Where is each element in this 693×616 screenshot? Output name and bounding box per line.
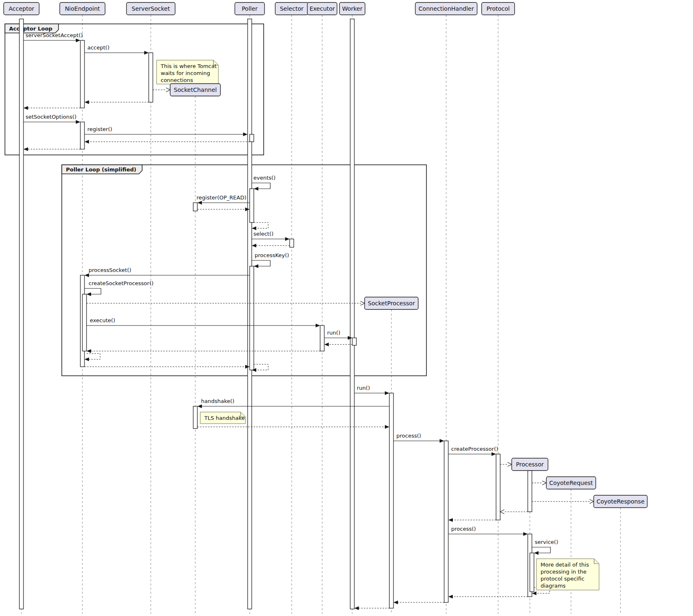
create-socketchannel bbox=[153, 88, 170, 92]
message-serversocketaccept: serverSocketAccept() bbox=[23, 32, 83, 42]
return-processor-connectionhandler bbox=[448, 595, 528, 599]
activation-bars bbox=[19, 19, 534, 609]
message-label: register(OP_READ) bbox=[197, 194, 246, 201]
participant-acceptor: Acceptor bbox=[4, 2, 39, 15]
activation-serversocket bbox=[149, 53, 153, 102]
activation-worker-run bbox=[352, 338, 356, 345]
frame-label: Acceptor Loop bbox=[9, 26, 52, 32]
message-register: register() bbox=[84, 126, 248, 136]
arrowhead bbox=[243, 133, 248, 136]
arrowhead bbox=[76, 39, 80, 42]
return-createsocketprocessor-self bbox=[84, 354, 100, 361]
return-executor-nioendpoint bbox=[87, 349, 320, 353]
message-label: serverSocketAccept() bbox=[26, 32, 83, 38]
participant-coyoteresponse: CoyoteResponse bbox=[594, 495, 647, 508]
activation-poller-events bbox=[250, 189, 254, 223]
message-createsocketprocessor-self: createSocketProcessor() bbox=[84, 280, 154, 296]
activation-executor-execute bbox=[320, 326, 324, 351]
message-label: run() bbox=[327, 330, 340, 336]
message-processsocket: processSocket() bbox=[84, 267, 250, 277]
return-nioendpoint-acceptor-2 bbox=[23, 148, 80, 151]
arrowhead bbox=[84, 274, 89, 277]
participant-nioendpoint: NioEndpoint bbox=[60, 2, 105, 15]
arrowhead bbox=[285, 237, 290, 241]
message-label: processKey() bbox=[255, 252, 289, 258]
frame-label: Poller Loop (simplified) bbox=[66, 166, 136, 173]
frame-acceptor-loop: Acceptor Loop bbox=[5, 24, 264, 155]
participant-label: Worker bbox=[342, 5, 363, 12]
message-label: register() bbox=[87, 126, 112, 132]
return-poller-nioendpoint bbox=[84, 140, 250, 144]
message-label: execute() bbox=[90, 317, 115, 323]
participant-label: Acceptor bbox=[9, 5, 34, 12]
create-socketprocessor bbox=[87, 301, 365, 305]
participant-processor: Processor bbox=[512, 458, 548, 471]
message-label: run() bbox=[357, 385, 370, 391]
arrowhead bbox=[534, 551, 538, 555]
open-arrowhead bbox=[166, 88, 170, 92]
arrowhead bbox=[84, 101, 89, 104]
return-connectionhandler-socketprocessor bbox=[393, 601, 444, 604]
arrowhead bbox=[385, 425, 389, 429]
activation-nioendpoint-createsocketprocessor bbox=[82, 294, 87, 351]
note-line: TLS handshake bbox=[204, 415, 245, 421]
arrowhead bbox=[252, 244, 256, 248]
message-label: accept() bbox=[87, 45, 110, 51]
activation-protocol-createprocessor bbox=[496, 454, 500, 520]
message-setsocketoptions: setSocketOptions() bbox=[23, 114, 80, 124]
return-processkey-self bbox=[252, 364, 268, 372]
message-select: select() bbox=[252, 231, 290, 241]
frame-border bbox=[5, 24, 264, 155]
note-more-detail: More detail of this processing in the pr… bbox=[536, 559, 599, 590]
participant-label: SocketChannel bbox=[174, 87, 217, 93]
note-line: processing in the bbox=[541, 569, 587, 575]
arrowhead bbox=[254, 265, 258, 268]
activation-socketchannel-register bbox=[193, 203, 197, 211]
arrowhead bbox=[23, 148, 28, 151]
activation-processor-service bbox=[530, 553, 534, 592]
activation-poller-processkey bbox=[250, 266, 254, 370]
arrowhead bbox=[448, 595, 453, 599]
message-label: service() bbox=[535, 539, 558, 545]
activation-connectionhandler-process bbox=[444, 441, 448, 602]
arrowhead bbox=[23, 106, 28, 110]
arrowhead bbox=[144, 51, 149, 55]
arrowhead bbox=[197, 405, 202, 408]
participant-label: CoyoteResponse bbox=[597, 498, 645, 505]
arrowhead bbox=[84, 358, 89, 361]
note-tls-handshake: TLS handshake bbox=[200, 412, 246, 424]
message-label: process() bbox=[396, 433, 421, 439]
arrowhead bbox=[324, 343, 329, 347]
arrowhead bbox=[523, 532, 528, 536]
message-processkey-self: processKey() bbox=[252, 252, 289, 268]
activation-nioendpoint-accept bbox=[80, 40, 84, 108]
message-label: events() bbox=[253, 175, 276, 181]
message-process-processor: process() bbox=[448, 526, 528, 536]
arrowhead bbox=[316, 324, 320, 328]
participant-coyoterequest: CoyoteRequest bbox=[546, 477, 596, 489]
note-line: More detail of this bbox=[541, 562, 589, 568]
return-protocol-connectionhandler bbox=[448, 518, 496, 522]
participant-connectionhandler: ConnectionHandler bbox=[415, 2, 477, 15]
participant-label: Processor bbox=[516, 461, 544, 468]
message-run-executor-worker: run() bbox=[324, 330, 352, 340]
activation-poller-register bbox=[250, 134, 254, 142]
participant-socketchannel: SocketChannel bbox=[170, 84, 220, 96]
activation-worker-main bbox=[350, 19, 354, 609]
self-call-line bbox=[252, 183, 270, 189]
message-label: setSocketOptions() bbox=[26, 114, 77, 120]
message-label: createProcessor() bbox=[451, 446, 498, 452]
return-nioendpoint-acceptor-1 bbox=[23, 106, 80, 110]
return-socketchannel-socketprocessor bbox=[197, 425, 389, 429]
participant-label: Poller bbox=[242, 5, 258, 12]
return-serversocket-nioendpoint bbox=[84, 101, 149, 104]
arrowhead bbox=[354, 607, 359, 610]
message-execute: execute() bbox=[87, 317, 320, 328]
open-arrowhead bbox=[590, 499, 594, 504]
message-label: createSocketProcessor() bbox=[89, 280, 154, 286]
participant-label: Protocol bbox=[487, 5, 510, 12]
open-arrowhead bbox=[508, 462, 512, 466]
note-line: protocol specific bbox=[541, 576, 584, 582]
participant-protocol: Protocol bbox=[482, 2, 515, 15]
participant-label: SocketProcessor bbox=[368, 300, 415, 307]
